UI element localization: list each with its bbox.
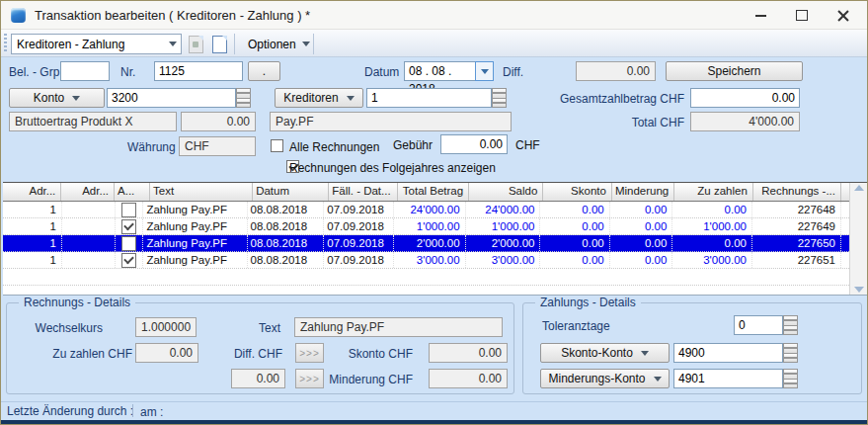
cell-filler bbox=[841, 252, 849, 268]
grid-column-header-skonto[interactable]: Skonto bbox=[543, 183, 612, 201]
alle-rechnungen-checkbox[interactable] bbox=[271, 139, 283, 152]
row-checkbox[interactable] bbox=[121, 203, 136, 217]
spin-down-icon[interactable] bbox=[236, 99, 251, 109]
row-checkbox[interactable] bbox=[121, 253, 136, 268]
toleranztage-spinner[interactable] bbox=[783, 315, 798, 335]
app-icon bbox=[11, 8, 26, 23]
chevron-down-icon bbox=[72, 96, 80, 101]
spin-up-icon[interactable] bbox=[783, 369, 798, 380]
spin-up-icon[interactable] bbox=[783, 343, 798, 354]
cell-adr1: 1 bbox=[3, 218, 62, 234]
nr-input[interactable] bbox=[154, 61, 243, 81]
minderungs-konto-input[interactable] bbox=[673, 369, 783, 388]
diff-chf-label: Diff. CHF bbox=[226, 347, 282, 361]
grid-column-header-rechnung[interactable]: Rechnungs -... bbox=[753, 183, 841, 201]
statusbar-separator bbox=[132, 404, 133, 417]
cell-minderung: 0.00 bbox=[610, 218, 673, 234]
window-title: Transaktion bearbeiten ( Kreditoren - Za… bbox=[35, 8, 310, 23]
cell-check[interactable] bbox=[116, 202, 143, 217]
cell-check[interactable] bbox=[116, 218, 143, 234]
grid-column-header-faell[interactable]: Fäll. - Dat... bbox=[329, 183, 398, 201]
spin-down-icon[interactable] bbox=[783, 326, 798, 336]
grid-column-header-minderung[interactable]: Minderung bbox=[612, 183, 674, 201]
kreditoren-input[interactable] bbox=[366, 88, 492, 108]
total-chf-value: 4'000.00 bbox=[690, 112, 800, 131]
grid-column-header-text[interactable]: Text bbox=[150, 183, 253, 201]
diff-transfer-button[interactable]: >>> bbox=[295, 343, 324, 363]
spin-up-icon[interactable] bbox=[783, 315, 798, 326]
maximize-button[interactable] bbox=[785, 5, 819, 26]
kreditor-name-field: Pay.PF bbox=[270, 112, 512, 131]
cell-total: 3'000.00 bbox=[394, 252, 466, 268]
spin-up-icon[interactable] bbox=[236, 88, 251, 99]
cell-rechnung: 227649 bbox=[752, 218, 841, 234]
kreditoren-dropdown-label: Kreditoren bbox=[283, 91, 338, 105]
spin-down-icon[interactable] bbox=[492, 99, 507, 109]
zahlungs-details-title: Zahlungs - Details bbox=[535, 296, 641, 309]
new-document-button[interactable] bbox=[208, 34, 230, 55]
cell-total: 2'000.00 bbox=[394, 235, 466, 251]
skonto-konto-label: Skonto-Konto bbox=[561, 346, 633, 360]
spin-down-icon[interactable] bbox=[783, 380, 798, 389]
cell-saldo: 2'000.00 bbox=[466, 235, 541, 251]
toolbar-grip[interactable] bbox=[4, 34, 7, 53]
vertical-scrollbar[interactable] bbox=[849, 183, 867, 295]
minderungs-konto-dropdown-button[interactable]: Minderungs-Konto bbox=[540, 369, 670, 388]
cell-check[interactable] bbox=[116, 252, 143, 268]
profile-combobox[interactable]: Kreditoren - Zahlung bbox=[11, 34, 182, 54]
gesamtzahlbetrag-input[interactable] bbox=[690, 88, 800, 108]
grid-column-header-adr2[interactable]: Adr... bbox=[61, 183, 115, 201]
skonto-konto-spinner[interactable] bbox=[783, 343, 798, 363]
spin-up-icon[interactable] bbox=[492, 88, 507, 99]
grid-column-header-total[interactable]: Total Betrag bbox=[398, 183, 469, 201]
calendar-dropdown-button[interactable] bbox=[475, 61, 494, 81]
cell-saldo: 24'000.00 bbox=[466, 202, 541, 217]
konto-saldo-field: 0.00 bbox=[181, 112, 256, 131]
cell-total: 24'000.00 bbox=[394, 202, 466, 217]
speichern-button[interactable]: Speichern bbox=[666, 61, 803, 81]
options-button[interactable]: Optionen bbox=[239, 33, 319, 55]
toleranztage-label: Toleranztage bbox=[542, 319, 610, 333]
table-row[interactable]: 1Zahlung Pay.PF08.08.201807.09.20181'000… bbox=[3, 218, 849, 235]
minderung-transfer-button[interactable]: >>> bbox=[295, 369, 324, 388]
table-row[interactable]: 1Zahlung Pay.PF08.08.201807.09.201824'00… bbox=[3, 202, 849, 218]
cell-faell: 07.09.2018 bbox=[324, 202, 393, 217]
scroll-down-icon[interactable] bbox=[854, 287, 864, 293]
cell-rechnung: 227650 bbox=[752, 235, 841, 251]
grid-column-header-filler[interactable] bbox=[841, 183, 849, 201]
close-button[interactable] bbox=[827, 5, 860, 26]
toleranztage-input[interactable] bbox=[734, 315, 783, 335]
cell-rechnung: 227648 bbox=[752, 202, 841, 217]
cell-check[interactable] bbox=[116, 235, 143, 251]
spin-down-icon[interactable] bbox=[783, 354, 798, 364]
grid-rows: 1Zahlung Pay.PF08.08.201807.09.201824'00… bbox=[3, 202, 849, 295]
scroll-up-icon[interactable] bbox=[854, 185, 864, 191]
cell-skonto: 0.00 bbox=[540, 235, 609, 251]
diff-label: Diff. bbox=[503, 65, 523, 79]
skonto-konto-dropdown-button[interactable]: Skonto-Konto bbox=[540, 343, 670, 363]
kreditoren-dropdown-button[interactable]: Kreditoren bbox=[275, 88, 363, 108]
minderungs-konto-spinner[interactable] bbox=[783, 369, 798, 388]
grid-column-header-check[interactable]: A... bbox=[115, 183, 150, 201]
grid-column-header-adr1[interactable]: Adr... bbox=[3, 183, 61, 201]
row-checkbox[interactable] bbox=[121, 236, 136, 251]
gebuehr-input[interactable] bbox=[440, 134, 508, 154]
kreditoren-spinner[interactable] bbox=[492, 88, 507, 108]
konto-spinner[interactable] bbox=[236, 88, 251, 108]
grid-column-header-datum[interactable]: Datum bbox=[253, 183, 329, 201]
konto-input[interactable] bbox=[107, 88, 236, 108]
minimize-button[interactable] bbox=[744, 5, 777, 26]
skonto-konto-input[interactable] bbox=[673, 343, 783, 363]
bel-grp-input[interactable] bbox=[60, 61, 110, 81]
folgejahr-label: Rechnungen des Folgejahres anzeigen bbox=[289, 161, 496, 175]
datum-picker[interactable]: 08 . 08 . 2018 bbox=[404, 61, 494, 81]
cell-text: Zahlung Pay.PF bbox=[143, 252, 247, 268]
dot-button[interactable]: . bbox=[248, 61, 280, 81]
table-row[interactable]: 1Zahlung Pay.PF08.08.201807.09.20182'000… bbox=[3, 235, 849, 252]
grid-column-header-zuzahlen[interactable]: Zu zahlen bbox=[674, 183, 753, 201]
empty-row bbox=[3, 286, 849, 295]
grid-column-header-saldo[interactable]: Saldo bbox=[469, 183, 543, 201]
konto-dropdown-button[interactable]: Konto bbox=[9, 88, 105, 108]
table-row[interactable]: 1Zahlung Pay.PF08.08.201807.09.20183'000… bbox=[3, 252, 849, 269]
row-checkbox[interactable] bbox=[121, 219, 136, 234]
